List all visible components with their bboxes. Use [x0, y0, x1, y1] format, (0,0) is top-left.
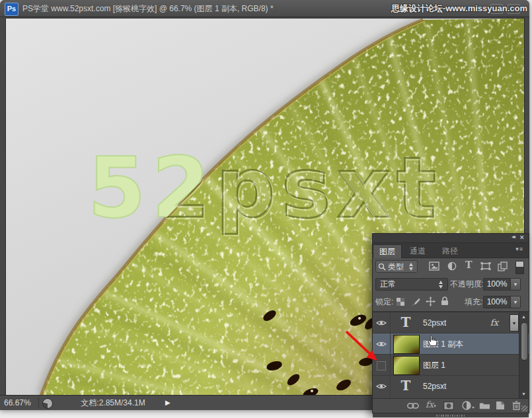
filter-type-dropdown[interactable]: 类型	[375, 260, 418, 273]
hand-cursor-icon	[428, 335, 438, 347]
fill-value-field[interactable]: 100%	[483, 296, 511, 308]
selection-bracket	[393, 349, 398, 354]
updown-arrows-icon	[409, 263, 414, 271]
updown-arrows-icon	[439, 281, 443, 289]
opacity-dropdown-button[interactable]: ▼	[510, 278, 521, 291]
annotation-red-arrow	[344, 328, 382, 365]
effects-collapse-button[interactable]: ▼	[510, 314, 519, 331]
panel-tabs: 图层 通道 路径 ▾≡	[373, 243, 529, 258]
filter-adjustment-layers-icon[interactable]	[447, 261, 457, 271]
layer-row-layer1-copy-selected[interactable]: 图层 1 副本	[373, 333, 529, 355]
lock-pixels-brush-icon[interactable]	[411, 297, 420, 306]
add-layer-style-icon[interactable]: fx▾	[426, 400, 436, 409]
panel-resize-grip[interactable]	[521, 405, 527, 411]
lock-all-icon[interactable]	[441, 296, 449, 306]
visibility-cell[interactable]	[373, 376, 391, 397]
site-watermark: 思缘设计论坛-www.missyuan.com	[391, 3, 527, 15]
collapse-panel-icon[interactable]: ◂◂	[512, 234, 514, 240]
panel-menu-icon[interactable]: ▾≡	[515, 246, 523, 252]
image-layer-thumbnail[interactable]	[393, 335, 420, 354]
link-layers-icon[interactable]	[407, 403, 419, 409]
kiwi-thumbnail-art	[393, 356, 420, 375]
selection-bracket	[415, 349, 420, 354]
blend-mode-value: 正常	[380, 279, 396, 289]
filter-toggle-switch[interactable]	[515, 261, 524, 274]
eye-icon	[376, 383, 387, 390]
image-layer-thumbnail[interactable]	[393, 356, 420, 375]
layer-name[interactable]: 52psxt	[423, 312, 446, 333]
selection-bracket	[415, 335, 420, 339]
layer-list-scrollbar[interactable]: ▲ ▼	[519, 312, 528, 398]
layer-row-layer1-hidden[interactable]: 图层 1	[373, 355, 529, 376]
opacity-value-field[interactable]: 100%	[483, 278, 511, 291]
document-size-info[interactable]: 文档:2.85M/34.1M	[63, 396, 163, 410]
delete-layer-trash-icon[interactable]	[512, 401, 521, 410]
panel-controls: 类型 T 正常 不透明度: 100% ▼ 锁定:	[373, 258, 529, 312]
new-group-folder-icon[interactable]	[479, 401, 490, 409]
drag-handle-dots	[436, 415, 465, 417]
letter-outside-kiwi: 52psxt	[88, 139, 442, 236]
type-layer-thumbnail[interactable]: T	[393, 314, 418, 331]
new-layer-icon[interactable]	[496, 401, 505, 410]
scroll-down-arrow[interactable]: ▼	[519, 390, 528, 398]
search-icon	[378, 263, 386, 271]
add-layer-mask-icon[interactable]	[443, 401, 454, 410]
opacity-label: 不透明度:	[450, 278, 484, 291]
filter-pixel-layers-icon[interactable]	[429, 261, 439, 271]
scroll-up-arrow[interactable]: ▲	[519, 312, 528, 321]
tab-paths[interactable]: 路径	[436, 244, 464, 258]
panel-header-bar: ◂◂ ×	[373, 234, 529, 243]
eye-icon	[376, 320, 387, 326]
filter-shape-layers-icon[interactable]	[480, 261, 491, 271]
panel-drag-bar[interactable]	[373, 413, 529, 417]
statusbar-divider	[38, 397, 39, 409]
layer-row-52psxt-bottom[interactable]: T 52psxt	[373, 376, 529, 397]
layer-list: T 52psxt fx ▼ 图层 1 副本	[373, 312, 529, 398]
svg-text:52psxt: 52psxt	[88, 139, 442, 236]
photoshop-screen: Ps PS学堂 www.52psxt.com [猕猴桃字效] @ 66.7% (…	[0, 0, 532, 418]
layer-row-52psxt-top[interactable]: T 52psxt fx ▼	[373, 312, 529, 333]
scrollbar-thumb[interactable]	[521, 322, 528, 361]
tab-channels[interactable]: 通道	[404, 244, 432, 258]
photoshop-app-icon: Ps	[5, 3, 19, 16]
status-pie-icon	[42, 398, 53, 409]
zoom-level-field[interactable]: 66.67%	[4, 396, 31, 410]
blend-mode-select[interactable]: 正常	[375, 278, 448, 291]
fill-label: 填充:	[465, 296, 482, 308]
window-title: PS学堂 www.52psxt.com [猕猴桃字效] @ 66.7% (图层 …	[22, 0, 274, 17]
lock-position-move-icon[interactable]	[426, 296, 436, 306]
fill-dropdown-button[interactable]: ▼	[510, 296, 521, 308]
panel-close-icon[interactable]: ×	[520, 233, 524, 241]
layer-effects-badge[interactable]: fx	[490, 312, 498, 333]
layer-name[interactable]: 52psxt	[423, 376, 446, 397]
status-expand-arrow[interactable]: ▶	[165, 396, 171, 410]
filter-type-label: 类型	[388, 261, 404, 273]
layers-panel: ◂◂ × 图层 通道 路径 ▾≡ 类型 T	[372, 233, 529, 413]
layer-name[interactable]: 图层 1	[423, 355, 445, 376]
lock-label: 锁定:	[375, 296, 393, 308]
selection-bracket	[393, 335, 398, 339]
panel-bottom-bar: fx▾	[373, 398, 529, 413]
lock-row: 锁定: 填充: 100% ▼	[373, 293, 529, 312]
blend-mode-row: 正常 不透明度: 100% ▼	[373, 275, 529, 293]
add-adjustment-layer-icon[interactable]	[462, 401, 475, 410]
type-layer-thumbnail[interactable]: T	[393, 377, 418, 395]
filter-type-layers-icon[interactable]: T	[465, 260, 472, 270]
filter-smart-objects-icon[interactable]	[498, 261, 508, 271]
layer-filter-row: 类型 T	[373, 258, 529, 275]
lock-transparency-icon[interactable]	[397, 298, 405, 306]
tab-layers[interactable]: 图层	[373, 244, 402, 258]
